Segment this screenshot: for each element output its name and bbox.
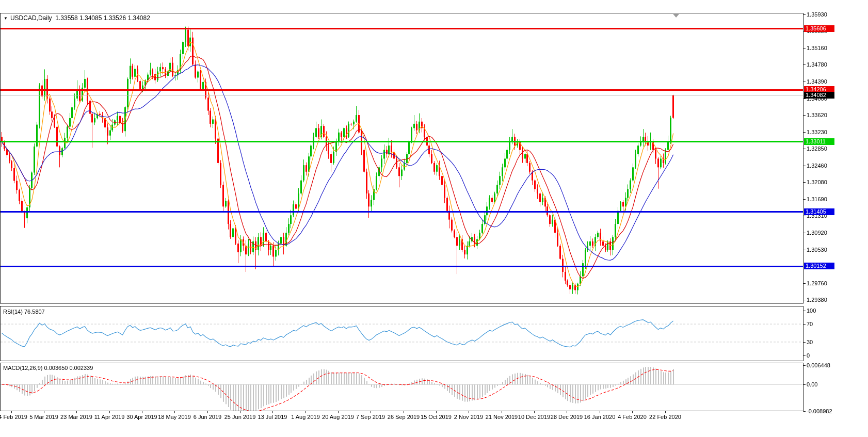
date-axis-label: 22 Feb 2020 — [649, 414, 681, 420]
price-axis-label: 1.35930 — [807, 11, 827, 18]
price-axis-label: 1.32460 — [807, 163, 827, 169]
date-axis-label: 4 Feb 2020 — [618, 414, 647, 420]
date-axis-label: 21 Nov 2019 — [486, 414, 518, 420]
price-axis-label: 1.30530 — [807, 247, 827, 253]
ohlc-open: 1.33558 — [55, 14, 77, 22]
price-axis-label: 1.34780 — [807, 61, 827, 68]
date-axis-label: 16 Jan 2020 — [584, 414, 616, 420]
macd-indicator-label: MACD(12,26,9) 0.003650 0.002339 — [3, 365, 93, 371]
rsi-indicator-label: RSI(14) 76.5807 — [3, 309, 45, 315]
rsi-axis-label: 0 — [807, 352, 810, 359]
price-axis-label: 1.35160 — [807, 45, 827, 51]
date-axis-label: 7 Sep 2019 — [356, 414, 385, 420]
chart-canvas[interactable] — [0, 0, 868, 437]
macd-values: 0.003650 0.002339 — [44, 365, 93, 371]
trading-terminal-window: T ⇅ ▾ M1M5M15M30H1H4D1W1MN ▼USDCAD,Daily… — [0, 0, 868, 437]
macd-axis-label: 0.006448 — [807, 362, 830, 368]
chart-symbol-label: USDCAD,Daily — [10, 14, 52, 22]
date-axis-label: 18 May 2019 — [158, 414, 191, 420]
date-axis-label: 20 Aug 2019 — [322, 414, 354, 420]
date-axis-label: 25 Jun 2019 — [224, 414, 256, 420]
rsi-name: RSI(14) — [3, 309, 23, 315]
macd-name: MACD(12,26,9) — [3, 365, 42, 371]
date-axis-label: 23 Mar 2019 — [60, 414, 92, 420]
price-axis-label: 1.34390 — [807, 78, 827, 85]
hline-price-tag[interactable]: 1.31405 — [804, 208, 834, 215]
price-axis-label: 1.33620 — [807, 112, 827, 118]
date-axis-label: 26 Sep 2019 — [388, 414, 420, 420]
price-axis-label: 1.29760 — [807, 280, 827, 286]
date-axis-label: 1 Aug 2019 — [291, 414, 320, 420]
hline-price-tag[interactable]: 1.33011 — [804, 138, 834, 145]
date-axis-label: 11 Apr 2019 — [94, 414, 125, 420]
ohlc-close: 1.34082 — [127, 14, 150, 22]
ohlc-low: 1.33526 — [104, 14, 126, 22]
rsi-axis-label: 70 — [807, 321, 813, 327]
date-axis-label: 15 Oct 2019 — [421, 414, 452, 420]
price-axis-label: 1.33230 — [807, 129, 827, 135]
date-axis-label: 30 Apr 2019 — [126, 414, 157, 420]
collapse-chart-icon[interactable]: ▼ — [4, 16, 8, 21]
price-axis-label: 1.32850 — [807, 145, 827, 152]
macd-axis-label: 0.00 — [807, 381, 817, 387]
rsi-value: 76.5807 — [24, 309, 45, 315]
hline-price-tag[interactable]: 1.30152 — [804, 263, 834, 269]
rsi-axis-label: 100 — [807, 307, 816, 314]
rsi-axis-label: 30 — [807, 339, 813, 345]
chart-title: ▼USDCAD,Daily 1.33558 1.34085 1.33526 1.… — [4, 14, 150, 22]
price-axis-label: 1.31690 — [807, 196, 827, 202]
date-axis-label: 13 Jul 2019 — [258, 414, 287, 420]
hline-price-tag[interactable]: 1.35606 — [804, 25, 834, 32]
price-axis-label: 1.29380 — [807, 297, 827, 303]
date-axis-label: 14 Feb 2019 — [0, 414, 27, 420]
current-price-tag: 1.34082 — [804, 92, 834, 99]
ohlc-high: 1.34085 — [79, 14, 102, 22]
date-axis-label: 10 Dec 2019 — [518, 414, 550, 420]
macd-axis-label: -0.008982 — [807, 408, 832, 414]
date-axis-label: 2 Nov 2019 — [454, 414, 483, 420]
date-axis-label: 28 Dec 2019 — [551, 414, 583, 420]
date-axis-label: 6 Jun 2019 — [194, 414, 221, 420]
date-axis-label: 5 Mar 2019 — [29, 414, 58, 420]
price-axis-label: 1.32080 — [807, 179, 827, 185]
price-axis-label: 1.30920 — [807, 230, 827, 236]
